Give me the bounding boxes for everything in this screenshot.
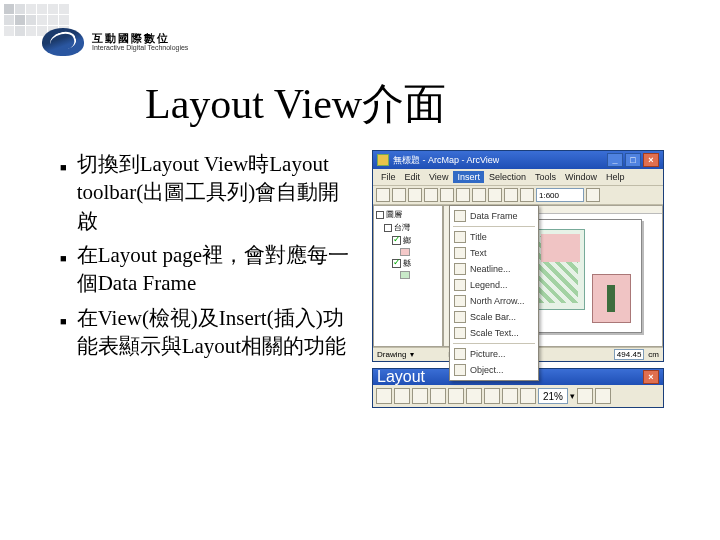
add-data-icon[interactable] — [520, 188, 534, 202]
menu-window[interactable]: Window — [561, 171, 601, 183]
toggle-draft-icon[interactable] — [577, 388, 593, 404]
menu-item-scaletext[interactable]: Scale Text... — [450, 325, 538, 341]
titlebar: 無標題 - ArcMap - ArcView _ □ × — [373, 151, 663, 169]
maximize-button[interactable]: □ — [625, 153, 641, 167]
northarrow-icon — [454, 295, 466, 307]
checkbox-icon[interactable] — [392, 259, 401, 268]
layer-symbol-icon — [400, 248, 410, 256]
insert-menu-dropdown[interactable]: Data Frame Title Text Neatline... Legend… — [449, 205, 539, 381]
menu-tools[interactable]: Tools — [531, 171, 560, 183]
copy-icon[interactable] — [456, 188, 470, 202]
table-of-contents[interactable]: 圖層 台灣 鄉 縣 — [373, 205, 443, 347]
toc-layer-1[interactable]: 鄉 — [403, 235, 411, 246]
minimize-button[interactable]: _ — [607, 153, 623, 167]
menu-item-scalebar[interactable]: Scale Bar... — [450, 309, 538, 325]
window-title: 無標題 - ArcMap - ArcView — [393, 154, 499, 167]
help-icon[interactable] — [586, 188, 600, 202]
layout-toolbar-title: Layout — [377, 368, 425, 386]
menu-help[interactable]: Help — [602, 171, 629, 183]
brand-logo: 互動國際數位 Interactive Digital Technologies — [42, 28, 188, 56]
unit-label: cm — [648, 350, 659, 359]
menu-edit[interactable]: Edit — [401, 171, 425, 183]
menu-view[interactable]: View — [425, 171, 452, 183]
undo-icon[interactable] — [488, 188, 502, 202]
fixed-zoomout-icon[interactable] — [484, 388, 500, 404]
menu-item-text[interactable]: Text — [450, 245, 538, 261]
bullet-3: 在View(檢視)及Insert(插入)功能表顯示與Layout相關的功能 — [77, 304, 360, 361]
bullet-list: 切換到Layout View時Layout toolbar(出圖工具列)會自動開… — [60, 150, 360, 366]
toc-root[interactable]: 圖層 — [386, 209, 402, 220]
pan-icon[interactable] — [412, 388, 428, 404]
zoom-whole-icon[interactable] — [430, 388, 446, 404]
scaletext-icon — [454, 327, 466, 339]
menu-item-neatline[interactable]: Neatline... — [450, 261, 538, 277]
menu-insert[interactable]: Insert — [453, 171, 484, 183]
open-icon[interactable] — [392, 188, 406, 202]
dataframe-icon — [454, 210, 466, 222]
text-icon — [454, 247, 466, 259]
scale-combo[interactable]: 1:600 — [536, 188, 584, 202]
coord-readout: 494.45 — [614, 349, 644, 360]
standard-toolbar[interactable]: 1:600 — [373, 186, 663, 205]
menu-item-picture[interactable]: Picture... — [450, 346, 538, 362]
logo-text-cn: 互動國際數位 — [92, 33, 188, 44]
next-extent-icon[interactable] — [520, 388, 536, 404]
slide-title: Layout View介面 — [145, 76, 446, 132]
arcmap-window: 無標題 - ArcMap - ArcView _ □ × File Edit V… — [372, 150, 664, 362]
paste-icon[interactable] — [472, 188, 486, 202]
chevron-down-icon[interactable]: ▾ — [570, 391, 575, 401]
menu-item-dataframe[interactable]: Data Frame — [450, 208, 538, 224]
menu-item-object[interactable]: Object... — [450, 362, 538, 378]
change-layout-icon[interactable] — [595, 388, 611, 404]
new-icon[interactable] — [376, 188, 390, 202]
screenshot-column: 無標題 - ArcMap - ArcView _ □ × File Edit V… — [372, 150, 664, 408]
logo-mark-icon — [42, 28, 84, 56]
menubar[interactable]: File Edit View Insert Selection Tools Wi… — [373, 169, 663, 186]
menu-selection[interactable]: Selection — [485, 171, 530, 183]
picture-icon — [454, 348, 466, 360]
app-icon — [377, 154, 389, 166]
toc-group[interactable]: 台灣 — [394, 222, 410, 233]
rect-icon[interactable] — [433, 349, 444, 360]
scalebar-icon — [454, 311, 466, 323]
menu-item-legend[interactable]: Legend... — [450, 277, 538, 293]
prev-extent-icon[interactable] — [502, 388, 518, 404]
save-icon[interactable] — [408, 188, 422, 202]
fixed-zoomin-icon[interactable] — [466, 388, 482, 404]
cut-icon[interactable] — [440, 188, 454, 202]
menu-item-northarrow[interactable]: North Arrow... — [450, 293, 538, 309]
checkbox-icon[interactable] — [392, 236, 401, 245]
toc-layer-2[interactable]: 縣 — [403, 258, 411, 269]
minus-icon[interactable] — [376, 211, 384, 219]
data-frame-2[interactable] — [592, 274, 631, 324]
bullet-2: 在Layout page裡，會對應每一個Data Frame — [77, 241, 360, 298]
zoom-100-icon[interactable] — [448, 388, 464, 404]
minus-icon[interactable] — [384, 224, 392, 232]
close-button[interactable]: × — [643, 153, 659, 167]
bullet-1: 切換到Layout View時Layout toolbar(出圖工具列)會自動開… — [77, 150, 360, 235]
neatline-icon — [454, 263, 466, 275]
zoom-percent-combo[interactable]: 21% — [538, 388, 568, 404]
print-icon[interactable] — [424, 188, 438, 202]
title-icon — [454, 231, 466, 243]
logo-text-en: Interactive Digital Technologies — [92, 44, 188, 51]
layer-symbol-icon — [400, 271, 410, 279]
menu-file[interactable]: File — [377, 171, 400, 183]
object-icon — [454, 364, 466, 376]
status-left-label: Drawing — [377, 350, 406, 359]
close-button[interactable]: × — [643, 370, 659, 384]
zoom-out-icon[interactable] — [394, 388, 410, 404]
zoom-in-icon[interactable] — [376, 388, 392, 404]
menu-item-title[interactable]: Title — [450, 229, 538, 245]
legend-icon — [454, 279, 466, 291]
redo-icon[interactable] — [504, 188, 518, 202]
pointer-icon[interactable] — [418, 349, 429, 360]
layout-toolbar-row[interactable]: 21% ▾ — [373, 385, 663, 407]
